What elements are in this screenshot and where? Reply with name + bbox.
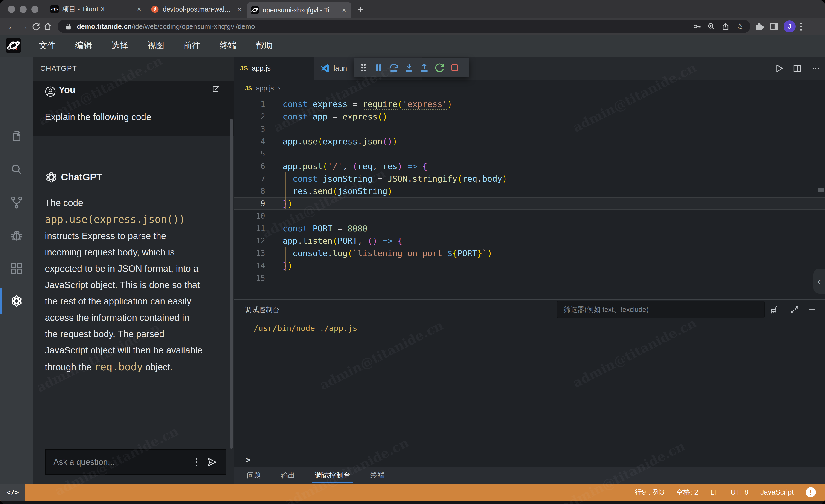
extensions-puzzle-icon[interactable]	[754, 21, 765, 32]
stop-icon[interactable]	[447, 61, 462, 75]
explorer-files-icon[interactable]	[0, 122, 33, 150]
browser-tab-3[interactable]: opensumi-xhxqfgvl - TitanIDE×	[247, 2, 352, 18]
step-out-icon[interactable]	[417, 61, 432, 75]
split-editor-icon[interactable]	[792, 62, 803, 74]
profile-avatar[interactable]: J	[783, 20, 796, 32]
activity-bar	[0, 57, 33, 484]
minimize-panel-icon[interactable]	[806, 304, 818, 316]
chat-panel-title: CHATGPT	[40, 65, 77, 73]
toolbar-drag-grip[interactable]	[356, 61, 371, 75]
chat-question-input[interactable]	[53, 457, 194, 467]
menu-视图[interactable]: 视图	[147, 40, 165, 51]
maximize-panel-icon[interactable]	[789, 304, 801, 316]
code-line-4[interactable]: 4app.use(express.json())	[234, 135, 825, 148]
step-over-icon[interactable]	[386, 61, 401, 75]
code-line-5[interactable]: 5	[234, 148, 825, 160]
code-line-14[interactable]: 14})	[234, 259, 825, 272]
search-icon[interactable]	[0, 156, 33, 183]
close-tab-icon[interactable]: ×	[136, 5, 143, 13]
bookmark-star-icon[interactable]: ☆	[734, 21, 745, 32]
menu-终端[interactable]: 终端	[219, 40, 237, 51]
forward-icon[interactable]: →	[18, 20, 30, 32]
close-tab-icon[interactable]: ×	[236, 5, 243, 13]
source-control-icon[interactable]	[0, 188, 33, 216]
breadcrumb[interactable]: JS app.js › ...	[234, 80, 825, 97]
code-line-3[interactable]: 3	[234, 123, 825, 135]
restart-icon[interactable]	[432, 61, 447, 75]
clear-console-icon[interactable]	[768, 304, 780, 316]
code-line-7[interactable]: 7 const jsonString = JSON.stringify(req.…	[234, 172, 825, 185]
titanide-logo-icon[interactable]	[5, 37, 22, 54]
code-editor[interactable]: 1const express = require('express')2cons…	[234, 97, 825, 299]
panel-expand-chevron[interactable]: ‹	[814, 269, 825, 293]
notification-warning-icon[interactable]: !	[806, 487, 816, 497]
code-line-9[interactable]: 9})	[234, 197, 825, 209]
chat-scrollbar[interactable]	[230, 118, 233, 449]
run-icon[interactable]	[773, 62, 785, 74]
remote-indicator[interactable]: </>	[0, 484, 25, 501]
step-into-icon[interactable]	[401, 61, 417, 75]
ide-body: CHATGPT You Explain the following code C…	[0, 57, 825, 484]
status-item[interactable]: 空格: 2	[676, 487, 698, 497]
window-bottom-edge	[0, 501, 825, 504]
code-line-10[interactable]: 10	[234, 209, 825, 222]
send-icon[interactable]	[206, 456, 218, 468]
status-item[interactable]: JavaScript	[760, 488, 794, 496]
code-line-6[interactable]: 6app.post('/', (req, res) => {	[234, 160, 825, 172]
more-actions-icon[interactable]	[810, 62, 822, 74]
user-message-text: Explain the following code	[45, 112, 151, 122]
code-line-2[interactable]: 2const app = express()	[234, 110, 825, 123]
share-icon[interactable]	[720, 21, 731, 32]
status-item[interactable]: UTF8	[731, 488, 749, 496]
browser-tab-1[interactable]: <t>项目 - TitanIDE×	[47, 0, 147, 18]
minimize-window-button[interactable]	[19, 6, 27, 13]
code-line-15[interactable]: 15	[234, 272, 825, 284]
chatgpt-icon[interactable]	[0, 287, 33, 315]
console-filter-input[interactable]	[557, 301, 765, 318]
maximize-window-button[interactable]	[31, 6, 39, 13]
status-item[interactable]: 行9，列3	[635, 487, 664, 497]
panel-tab-输出[interactable]: 输出	[281, 467, 295, 484]
code-line-11[interactable]: 11const PORT = 8080	[234, 222, 825, 235]
debug-bug-icon[interactable]	[0, 222, 33, 249]
panel-tab-调试控制台[interactable]: 调试控制台	[315, 467, 351, 484]
pause-icon[interactable]	[371, 61, 386, 75]
menu-文件[interactable]: 文件	[38, 40, 57, 51]
menu-帮助[interactable]: 帮助	[255, 40, 274, 51]
browser-tab-2[interactable]: devtool-postman-walvamdz - T×	[147, 0, 247, 18]
address-bar[interactable]: demo.titanide.cn/ide/web/coding/opensumi…	[58, 20, 750, 33]
debug-console-output[interactable]: /usr/bin/node ./app.js	[234, 320, 825, 454]
zoom-icon[interactable]	[706, 21, 717, 32]
editor-scrollbar-thumb[interactable]	[818, 188, 824, 192]
menu-编辑[interactable]: 编辑	[74, 40, 93, 51]
console-repl-row[interactable]: >	[234, 454, 825, 467]
debug-toolbar	[354, 58, 469, 77]
menu-前往[interactable]: 前往	[183, 40, 201, 51]
text-cursor	[293, 198, 293, 208]
password-key-icon[interactable]	[691, 21, 702, 32]
home-icon[interactable]	[42, 20, 54, 32]
new-tab-button[interactable]: +	[358, 3, 364, 15]
close-tab-icon[interactable]: ×	[341, 6, 347, 14]
panel-tab-问题[interactable]: 问题	[247, 467, 261, 484]
code-line-12[interactable]: 12app.listen(PORT, () => {	[234, 235, 825, 247]
bracket-guide	[285, 247, 286, 271]
code-line-13[interactable]: 13 console.log(`listening on port ${PORT…	[234, 247, 825, 259]
url-path: /ide/web/coding/opensumi-xhqfgvl/demo	[132, 22, 255, 30]
menu-选择[interactable]: 选择	[110, 40, 129, 51]
edit-message-icon[interactable]	[212, 85, 220, 93]
code-line-8[interactable]: 8 res.send(jsonString)	[234, 185, 825, 197]
extensions-icon[interactable]	[0, 255, 33, 282]
chrome-menu-icon[interactable]	[800, 22, 802, 30]
refresh-icon[interactable]	[30, 20, 42, 32]
close-window-button[interactable]	[8, 6, 15, 13]
side-panel-icon[interactable]	[768, 21, 780, 32]
panel-tab-终端[interactable]: 终端	[370, 467, 385, 484]
code-line-1[interactable]: 1const express = require('express')	[234, 98, 825, 110]
line-number: 5	[234, 149, 265, 158]
editor-tab-appjs[interactable]: JS app.js	[234, 57, 314, 80]
chat-input-menu-icon[interactable]	[196, 458, 197, 466]
status-item[interactable]: LF	[710, 488, 719, 496]
back-icon[interactable]: ←	[6, 20, 18, 32]
chat-panel-header: CHATGPT	[33, 57, 234, 81]
